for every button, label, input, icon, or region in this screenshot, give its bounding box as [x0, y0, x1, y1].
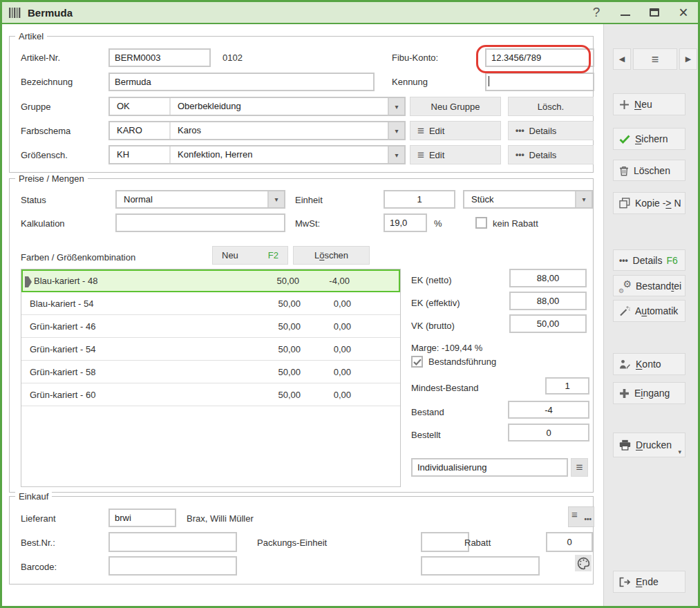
neu-gruppe-button[interactable]: Neu Gruppe: [410, 97, 501, 116]
vk-brutto-input[interactable]: [509, 314, 587, 333]
dots-icon: •••: [584, 516, 592, 523]
kennung-input[interactable]: [485, 73, 594, 91]
nav-prev-button[interactable]: ◀: [613, 48, 631, 70]
bestellt-label: Bestellt: [411, 426, 441, 444]
chevron-down-icon[interactable]: ▾: [388, 98, 404, 115]
bezeichnung-label: Bezeichnung: [21, 73, 73, 91]
mindest-bestand-input[interactable]: [545, 377, 589, 395]
ek-netto-input[interactable]: [509, 269, 587, 287]
kein-rabatt-checkbox[interactable]: [475, 217, 487, 229]
ek-effektiv-input[interactable]: [509, 292, 587, 310]
chevron-down-icon[interactable]: ▾: [575, 191, 592, 207]
farbschema-combo[interactable]: KARO Karos ▾: [108, 121, 406, 140]
artikel-nr-info: 0102: [223, 48, 243, 67]
dots-icon: •••: [515, 126, 524, 135]
app-window: Bermuda ? × Artikel Artikel-Nr. 0102 Fib…: [0, 0, 700, 608]
automatik-button[interactable]: Automatik: [613, 300, 685, 322]
maximize-icon[interactable]: [648, 4, 661, 21]
menu-icon: ≡: [571, 509, 578, 520]
best-nr-input[interactable]: [108, 532, 237, 552]
barcode-input[interactable]: [108, 556, 237, 576]
table-row[interactable]: Blau-kariert - 54 50,00 0,00: [21, 292, 400, 315]
copy-icon: [619, 198, 630, 209]
palette-icon: [577, 557, 590, 570]
table-row[interactable]: Blau-kariert - 48 50,00 -4,00: [21, 269, 400, 292]
drucken-button[interactable]: Drucken ▾: [613, 433, 685, 457]
details-groessenschema-button[interactable]: •••Details: [508, 145, 594, 164]
sichern-button[interactable]: Sichern: [613, 128, 685, 150]
groessenschema-combo[interactable]: KH Konfektion, Herren ▾: [108, 145, 406, 164]
loeschen-button[interactable]: Löschen: [613, 160, 685, 181]
chevron-down-icon[interactable]: ▾: [388, 146, 404, 163]
trash-icon: [619, 165, 629, 176]
einheit-unit-dropdown[interactable]: Stück ▾: [463, 190, 593, 209]
gruppe-name: Oberbekleidung: [171, 98, 388, 115]
konto-button[interactable]: Konto: [613, 353, 685, 375]
table-row[interactable]: Grün-kariert - 58 50,00 0,00: [21, 361, 400, 383]
neu-button[interactable]: Neu: [613, 93, 685, 115]
artikel-legend: Artikel: [15, 31, 47, 41]
person-edit-icon: [619, 359, 631, 370]
kalkulation-label: Kalkulation: [21, 214, 65, 233]
loeschen-kombination-button[interactable]: Löschen: [293, 246, 370, 265]
packungs-einheit-input[interactable]: [421, 532, 469, 552]
kein-rabatt-label: kein Rabatt: [493, 214, 538, 233]
kombination-table: Blau-kariert - 48 50,00 -4,00 Blau-karie…: [21, 269, 401, 487]
status-dropdown[interactable]: Normal ▾: [115, 190, 285, 209]
arrow-left-icon: ◀: [619, 55, 625, 64]
nav-next-button[interactable]: ▶: [679, 48, 697, 70]
gears-icon: ⚙ ⚙: [619, 281, 631, 292]
minimize-icon[interactable]: [619, 4, 632, 21]
fibu-konto-input[interactable]: [485, 48, 594, 67]
lieferant-input[interactable]: [108, 509, 176, 527]
bestandsfuehrung-checkbox[interactable]: [411, 356, 423, 368]
printer-icon: [619, 439, 631, 450]
details-button[interactable]: ••• Details F6: [613, 249, 685, 271]
loesch-gruppe-button[interactable]: Lösch.: [508, 97, 594, 116]
mwst-input[interactable]: [384, 213, 427, 232]
eingang-button[interactable]: Eingang: [613, 382, 685, 404]
menu-icon: ≡: [417, 125, 424, 137]
edit-farbschema-button[interactable]: ≡Edit: [410, 121, 501, 140]
table-row[interactable]: Grün-kariert - 46 50,00 0,00: [21, 315, 400, 338]
vk-brutto-label: VK (brutto): [411, 316, 455, 335]
farbschema-code: KARO: [110, 122, 171, 139]
arrow-right-icon: ▶: [685, 55, 691, 64]
neu-kombination-button[interactable]: Neu F2: [212, 246, 288, 265]
bezeichnung-input[interactable]: [108, 73, 375, 91]
einheit-input[interactable]: [384, 190, 455, 209]
exit-icon: [619, 577, 631, 587]
lieferant-menu-button[interactable]: ≡ •••: [568, 506, 594, 527]
gruppe-combo[interactable]: OK Oberbekleidung ▾: [108, 97, 406, 116]
kalkulation-input[interactable]: [115, 213, 285, 232]
barcode-icon: [9, 7, 21, 19]
kombination-label: Farben / Größenkombination: [21, 248, 135, 267]
details-farbschema-button[interactable]: •••Details: [508, 121, 594, 140]
gruppe-label: Gruppe: [21, 97, 50, 116]
check-icon: [619, 135, 630, 144]
help-icon[interactable]: ?: [590, 4, 603, 21]
edit-groessenschema-button[interactable]: ≡Edit: [410, 145, 501, 164]
individualisierung-input[interactable]: [411, 458, 568, 477]
table-row[interactable]: Grün-kariert - 54 50,00 0,00: [21, 338, 400, 361]
nav-menu-button[interactable]: ≡: [633, 48, 677, 70]
palette-button[interactable]: [575, 555, 592, 571]
chevron-down-icon[interactable]: ▾: [388, 122, 404, 139]
einheit-label: Einheit: [295, 191, 323, 209]
ende-button[interactable]: Ende: [613, 571, 685, 593]
table-row[interactable]: Grün-kariert - 60 50,00 0,00: [21, 383, 400, 406]
fibu-konto-label: Fibu-Konto:: [392, 48, 438, 67]
bestandteile-button[interactable]: ⚙ ⚙ Bestandtei: [613, 275, 685, 296]
plus-icon: [619, 99, 630, 110]
bestellt-input[interactable]: [508, 424, 589, 441]
rabatt-input[interactable]: [546, 532, 593, 552]
lieferant-label: Lieferant: [21, 509, 56, 528]
individualisierung-menu-button[interactable]: ≡: [571, 458, 588, 477]
bestand-input[interactable]: [508, 401, 589, 419]
chevron-down-icon[interactable]: ▾: [267, 191, 284, 207]
groessenschema-name: Konfektion, Herren: [171, 146, 388, 163]
artikel-nr-input[interactable]: [108, 48, 211, 67]
barcode-input-2[interactable]: [421, 556, 540, 576]
close-icon[interactable]: ×: [677, 4, 690, 21]
kopie-button[interactable]: Kopie -> N: [613, 192, 685, 214]
